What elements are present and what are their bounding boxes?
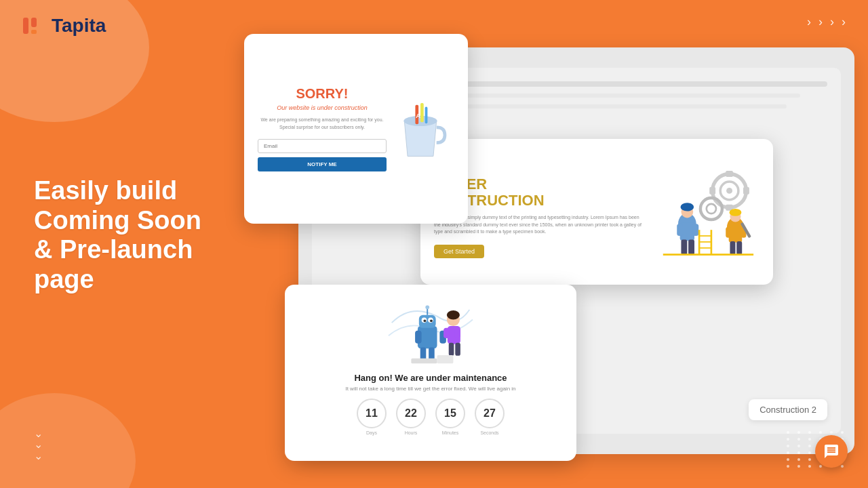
sorry-illustration: A — [387, 95, 454, 163]
hero-title: Easily build Coming Soon & Pre-launch pa… — [34, 176, 201, 295]
svg-rect-6 — [726, 171, 733, 177]
svg-rect-16 — [677, 224, 683, 236]
bg-blob-bottom-left — [0, 393, 136, 488]
countdown-minutes-label: Minutes — [442, 430, 459, 435]
svg-point-14 — [681, 203, 694, 211]
svg-rect-39 — [425, 107, 428, 124]
svg-rect-0 — [23, 18, 28, 34]
countdown-minutes: 15 Minutes — [435, 399, 465, 435]
card-construction: Website is UNDER CONTRUCTION Lorem ipsum… — [420, 139, 773, 285]
svg-rect-1 — [31, 18, 37, 27]
card-sorry: SORRY! Our website is under construction… — [244, 34, 468, 224]
countdown-days-label: Days — [366, 430, 377, 435]
hero-title-line4: page — [34, 265, 94, 293]
svg-rect-55 — [454, 327, 460, 338]
svg-point-5 — [726, 188, 732, 194]
svg-rect-43 — [419, 314, 436, 327]
arrows-top-right: › › › › — [807, 15, 848, 29]
card-back-label: Construction 2 — [749, 399, 827, 420]
svg-rect-54 — [443, 327, 450, 338]
countdown-hours: 22 Hours — [396, 399, 426, 435]
svg-rect-9 — [743, 187, 749, 195]
chevron-1: ⌄ — [34, 430, 43, 439]
svg-point-22 — [730, 209, 742, 216]
svg-point-46 — [424, 319, 427, 322]
svg-rect-8 — [709, 187, 715, 195]
svg-rect-2 — [31, 30, 37, 34]
construction-get-started-button[interactable]: Get Started — [434, 245, 484, 258]
hero-title-line3: & Pre-launch — [34, 235, 193, 264]
sorry-notify-button[interactable]: NOTIFY ME — [258, 157, 387, 171]
svg-text:A: A — [416, 112, 420, 119]
svg-point-58 — [447, 310, 460, 319]
svg-rect-38 — [420, 103, 424, 122]
svg-rect-41 — [415, 330, 422, 343]
sorry-email-input[interactable] — [258, 139, 387, 153]
chevron-3: ⌄ — [34, 452, 43, 461]
countdown-row: 11 Days 22 Hours 15 Minutes 27 Seconds — [357, 399, 505, 435]
svg-point-10 — [701, 198, 722, 220]
svg-rect-19 — [688, 239, 694, 254]
cards-container: Construction 2 Website is UNDER CONTRUCT… — [231, 34, 854, 474]
svg-rect-17 — [692, 224, 698, 236]
svg-rect-57 — [455, 342, 460, 355]
construction-illustration — [651, 158, 760, 266]
countdown-hours-label: Hours — [405, 430, 418, 435]
countdown-days: 11 Days — [357, 399, 387, 435]
countdown-seconds: 27 Seconds — [475, 399, 505, 435]
hero-title-line1: Easily build — [34, 176, 177, 205]
chevron-2: ⌄ — [34, 441, 43, 449]
maintenance-illustration — [383, 295, 478, 369]
card-maintenance: Hang on! We are under maintenance It wil… — [285, 285, 576, 461]
header: Tapita — [20, 14, 106, 38]
maintenance-title: Hang on! We are under maintenance — [354, 373, 507, 383]
sorry-title: SORRY! — [296, 86, 348, 102]
logo-icon — [20, 14, 45, 38]
svg-rect-56 — [449, 342, 454, 355]
svg-rect-26 — [730, 241, 735, 255]
hero-text: Easily build Coming Soon & Pre-launch pa… — [34, 176, 201, 295]
svg-point-11 — [707, 204, 716, 214]
svg-rect-59 — [411, 358, 437, 363]
countdown-days-value: 11 — [357, 399, 387, 428]
svg-rect-24 — [726, 227, 731, 238]
countdown-seconds-value: 27 — [475, 399, 505, 428]
svg-rect-60 — [437, 354, 454, 363]
sorry-body: We are preparing something amazing and e… — [258, 117, 387, 131]
hero-title-line2: Coming Soon — [34, 206, 201, 235]
countdown-seconds-label: Seconds — [480, 430, 498, 435]
svg-rect-18 — [681, 239, 687, 254]
chevrons-down: ⌄⌄⌄ — [34, 430, 43, 461]
countdown-hours-value: 22 — [396, 399, 426, 428]
maintenance-subtitle: It will not take a long time till we get… — [345, 386, 515, 392]
chat-button[interactable] — [815, 435, 848, 468]
svg-point-49 — [425, 305, 429, 309]
sorry-content: SORRY! Our website is under construction… — [258, 86, 387, 171]
svg-rect-27 — [736, 241, 742, 255]
svg-point-47 — [430, 319, 433, 322]
sorry-subtitle: Our website is under construction — [277, 104, 368, 111]
logo-text: Tapita — [52, 15, 106, 37]
countdown-minutes-value: 15 — [435, 399, 465, 428]
